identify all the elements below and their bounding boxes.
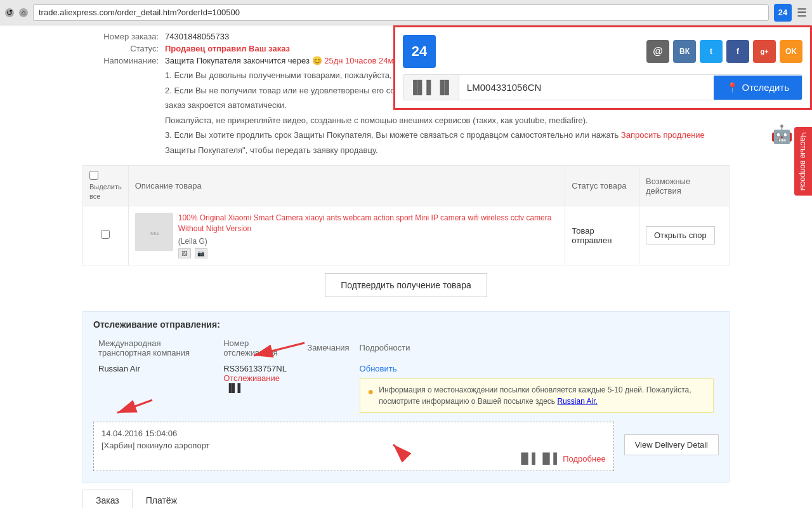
tab-payment[interactable]: Платёж: [133, 490, 190, 508]
svg-text:IMG: IMG: [149, 231, 159, 236]
row-checkbox[interactable]: [101, 230, 110, 239]
notice-video: Пожалуйста, не прикрепляйте видео, созда…: [165, 114, 730, 127]
bottom-tabs: Заказ Платёж: [82, 490, 730, 508]
tracking-link[interactable]: Отслеживание: [223, 373, 280, 383]
page-content: 24 @ ВК t f g+ OK ▐▌▌▐▌ 📍 Отследить: [0, 25, 812, 508]
social-icons: @ ВК t f g+ OK: [646, 40, 802, 63]
product-table: Выделить все Описание товара Статус това…: [82, 165, 730, 265]
tracking-table: Международная транспортная компания Номе…: [93, 336, 719, 417]
tab-order[interactable]: Заказ: [82, 490, 133, 508]
track-button-label: Отследить: [742, 82, 789, 93]
open-dispute-button[interactable]: Открыть спор: [646, 226, 715, 244]
notice-3b: Защиты Покупателя", чтобы передать заявк…: [165, 144, 730, 157]
tracking-popup: 24 @ ВК t f g+ OK ▐▌▌▐▌ 📍 Отследить: [393, 25, 812, 110]
product-status: Товар отправлен: [565, 206, 639, 265]
extension-badge: 24: [774, 4, 792, 22]
social-googleplus-icon[interactable]: g+: [753, 40, 776, 63]
seller-name: (Leila G): [178, 237, 559, 246]
menu-button[interactable]: ☰: [797, 6, 807, 20]
reminder-content: Защита Покупателя закончится через 😊 25д…: [165, 56, 410, 65]
delivery-dashed-box: 14.04.2016 15:04:06 [Харбин] покинуло аэ…: [93, 422, 614, 471]
delivery-detail-row: 14.04.2016 15:04:06 [Харбин] покинуло аэ…: [93, 422, 719, 475]
product-icon-1: 🖼: [178, 248, 191, 258]
col-remarks: Замечания: [302, 336, 354, 360]
notice-3: 3. Если Вы хотите продлить срок Защиты П…: [165, 129, 730, 142]
product-link[interactable]: 100% Original Xiaomi Smart Camera xiaoyi…: [178, 213, 552, 233]
order-number-value: 74301848055733: [165, 32, 229, 41]
view-delivery-button[interactable]: View Delivery Detail: [624, 434, 719, 455]
popup-number: 24: [403, 35, 436, 68]
info-text: Информация о местонахождении посылки обн…: [379, 384, 705, 407]
barcode-small-icon: ▐▌▌: [226, 383, 244, 392]
tracking-section: Отслеживание отправления: Международная …: [82, 311, 730, 483]
order-status-label: Статус:: [82, 44, 159, 53]
tracking-input-row: ▐▌▌▐▌ 📍 Отследить: [403, 74, 802, 100]
reminder-text: Защита Покупателя закончится через: [165, 56, 310, 65]
tracking-title: Отслеживание отправления:: [93, 319, 719, 330]
home-button[interactable]: ⌂: [19, 8, 28, 17]
col-tracking-num: Номер отслеживания: [218, 336, 302, 360]
info-link[interactable]: Russian Air.: [557, 397, 597, 406]
product-image: IMG: [135, 213, 173, 251]
remarks-cell: [302, 360, 354, 417]
address-bar[interactable]: [33, 4, 769, 21]
notice-3-text: 3. Если Вы хотите продлить срок Защиты П…: [165, 130, 619, 140]
browser-chrome: ↺ ⌂ 24 ☰: [0, 0, 812, 25]
delivery-barcode-icon: ▐▌▌▐▌▌: [518, 453, 561, 464]
confirm-receipt-button[interactable]: Подтвердить получение товара: [325, 273, 487, 297]
social-twitter-icon[interactable]: t: [700, 40, 723, 63]
social-facebook-icon[interactable]: f: [726, 40, 749, 63]
table-row: IMG 100% Original Xiaomi Smart Camera xi…: [83, 206, 730, 265]
description-header: Описание товара: [128, 166, 565, 206]
barcode-icon: ▐▌▌▐▌: [403, 75, 459, 100]
select-all-checkbox[interactable]: [89, 171, 98, 180]
robot-icon: 🤖: [771, 124, 793, 145]
track-button[interactable]: 📍 Отследить: [714, 76, 802, 100]
order-number-label: Номер заказа:: [82, 32, 159, 41]
product-icon-2: 📷: [195, 248, 207, 258]
faq-panel[interactable]: Частые вопросы: [794, 127, 812, 196]
extend-link[interactable]: Запросить продление: [621, 130, 705, 140]
info-icon: ●: [368, 384, 374, 399]
track-icon: 📍: [726, 82, 738, 93]
more-link[interactable]: Подробнее: [563, 454, 605, 464]
col-details: Подробности: [355, 336, 719, 360]
tracking-number-input[interactable]: [459, 77, 714, 98]
delivery-location: [Харбин] покинуло аэропорт: [102, 441, 606, 450]
status-header: Статус товара: [565, 166, 639, 206]
col-carrier: Международная транспортная компания: [93, 336, 218, 360]
order-status-value: Продавец отправил Ваш заказ: [165, 44, 290, 53]
social-ok-icon[interactable]: OK: [780, 40, 802, 63]
product-table-section: Выделить все Описание товара Статус това…: [0, 165, 812, 311]
delivery-date: 14.04.2016 15:04:06: [102, 429, 606, 438]
actions-header: Возможные действия: [639, 166, 729, 206]
reminder-label: Напоминание:: [82, 56, 159, 65]
tracking-row: Russian Air RS356133757NL Отслеживание ▐…: [93, 360, 719, 417]
reminder-emoji: 😊: [312, 56, 325, 65]
social-vk-icon[interactable]: ВК: [673, 40, 696, 63]
popup-header: 24 @ ВК t f g+ OK: [403, 35, 802, 68]
update-link[interactable]: Обновить: [360, 364, 397, 373]
select-all-label: Выделить все: [89, 183, 122, 200]
carrier-name: Russian Air: [93, 360, 218, 417]
tracking-number-cell: RS356133757NL: [223, 364, 297, 373]
reload-button[interactable]: ↺: [5, 8, 14, 17]
info-box: ● Информация о местонахождении посылки о…: [360, 378, 714, 413]
order-info-section: 24 @ ВК t f g+ OK ▐▌▌▐▌ 📍 Отследить: [0, 25, 812, 165]
social-email-icon[interactable]: @: [646, 40, 669, 63]
